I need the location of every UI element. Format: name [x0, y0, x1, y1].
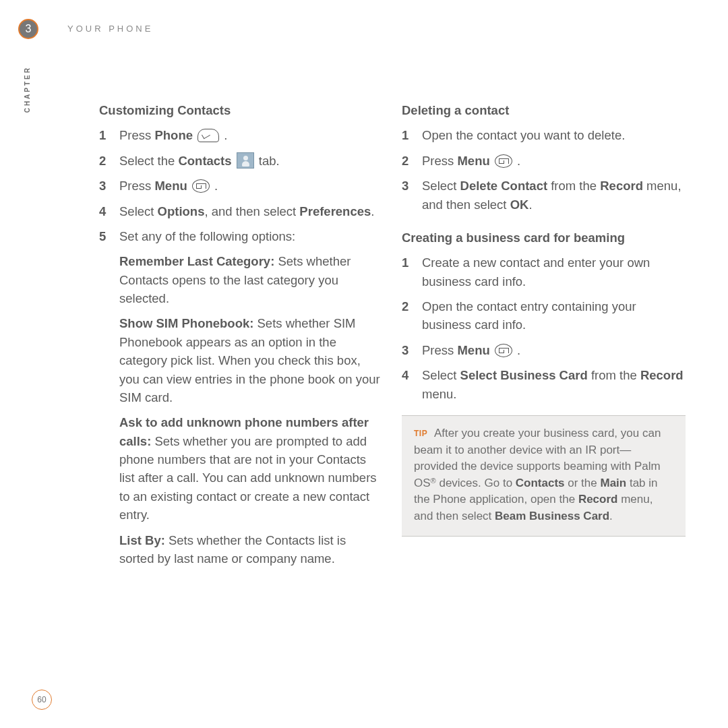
page-number-value: 60: [37, 695, 46, 704]
bold: Contacts: [178, 154, 231, 168]
step-body: Open the contact you want to delete.: [422, 126, 686, 144]
step: 3 Press Menu .: [402, 341, 686, 359]
bold: Phone: [154, 128, 193, 142]
option: Ask to add unknown phone numbers after c…: [119, 413, 383, 524]
step-body: Select Options, and then select Preferen…: [119, 202, 383, 220]
page-title: YOUR PHONE: [67, 24, 153, 34]
contacts-icon: [237, 152, 254, 169]
menu-icon: [495, 154, 512, 168]
text: Press: [119, 179, 154, 193]
text: Select: [422, 179, 460, 193]
step: 4 Select Options, and then select Prefer…: [99, 202, 383, 220]
bold: Main: [600, 477, 626, 489]
bold: Record: [578, 493, 618, 506]
step-body: Select the Contacts tab.: [119, 152, 383, 170]
option-text: Sets whether you are prompted to add pho…: [119, 434, 377, 522]
tip-text: .: [609, 510, 613, 522]
chapter-badge: 3: [18, 19, 38, 39]
step: 5 Set any of the following options:: [99, 227, 383, 245]
step: 2 Select the Contacts tab.: [99, 152, 383, 170]
registered-mark: ®: [431, 477, 436, 485]
bold: Menu: [457, 343, 489, 357]
left-column: Customizing Contacts 1 Press Phone . 2 S…: [99, 101, 383, 574]
text: Press: [119, 128, 154, 142]
step-body: Open the contact entry containing your b…: [422, 297, 686, 334]
step: 3 Press Menu .: [99, 177, 383, 195]
step-num: 1: [99, 126, 119, 144]
step: 2 Press Menu .: [402, 152, 686, 170]
option-label: Remember Last Category:: [119, 254, 274, 268]
step-body: Press Menu .: [422, 152, 686, 170]
step-body: Press Menu .: [119, 177, 383, 195]
bold: Contacts: [516, 477, 565, 489]
step: 1 Open the contact you want to delete.: [402, 126, 686, 144]
chapter-number: 3: [26, 23, 32, 35]
text: from the: [588, 368, 640, 382]
heading-business-card: Creating a business card for beaming: [402, 229, 686, 247]
tip-text: devices. Go to: [436, 477, 516, 489]
bold: Record: [600, 179, 643, 193]
step: 4 Select Select Business Card from the R…: [402, 366, 686, 403]
bold: Select Business Card: [460, 368, 588, 382]
bold: Menu: [154, 179, 187, 193]
bold: Preferences: [299, 204, 371, 218]
menu-icon: [192, 179, 210, 193]
step-body: Select Select Business Card from the Rec…: [422, 366, 686, 403]
text: Select: [422, 368, 460, 382]
text: .: [514, 154, 520, 168]
option: Remember Last Category: Sets whether Con…: [119, 252, 383, 307]
text: Press: [422, 343, 457, 357]
heading-deleting: Deleting a contact: [402, 101, 686, 119]
content: Customizing Contacts 1 Press Phone . 2 S…: [99, 101, 686, 574]
text: Press: [422, 154, 457, 168]
step-body: Press Menu .: [422, 341, 686, 359]
option-label: List By:: [119, 533, 165, 547]
step-num: 2: [99, 152, 119, 170]
step-num: 5: [99, 227, 119, 245]
tip-text: or the: [565, 477, 601, 489]
text: , and then select: [204, 204, 299, 218]
step-body: Create a new contact and enter your own …: [422, 253, 686, 291]
step-num: 4: [402, 366, 422, 403]
step-num: 3: [402, 177, 422, 214]
tip-label: TIP: [414, 429, 427, 438]
text: tab.: [255, 154, 280, 168]
bold: Record: [640, 368, 684, 382]
page-number: 60: [32, 690, 52, 710]
step-num: 2: [402, 152, 422, 170]
step-num: 3: [402, 341, 422, 359]
bold: Beam Business Card: [495, 510, 609, 522]
step: 1 Press Phone .: [99, 126, 383, 144]
step-num: 4: [99, 202, 119, 220]
step-num: 1: [402, 253, 422, 291]
step-num: 2: [402, 297, 422, 334]
heading-customizing: Customizing Contacts: [99, 101, 383, 119]
step-body: Press Phone .: [119, 126, 383, 144]
step: 3 Select Delete Contact from the Record …: [402, 177, 686, 214]
text: .: [514, 343, 520, 357]
tip-box: TIP After you create your business card,…: [402, 415, 686, 537]
text: .: [220, 128, 227, 142]
bold: Delete Contact: [460, 179, 548, 193]
option: List By: Sets whether the Contacts list …: [119, 531, 383, 568]
step-num: 1: [402, 126, 422, 144]
text: menu.: [422, 387, 456, 401]
right-column: Deleting a contact 1 Open the contact yo…: [402, 101, 686, 574]
step-body: Set any of the following options:: [119, 227, 383, 245]
phone-icon: [198, 129, 219, 142]
text: Select: [119, 204, 158, 218]
bold: Options: [158, 204, 205, 218]
menu-icon: [495, 344, 512, 357]
step-body: Select Delete Contact from the Record me…: [422, 177, 686, 214]
side-label: CHAPTER: [24, 66, 31, 113]
text: Select the: [119, 154, 178, 168]
option: Show SIM Phonebook: Sets whether SIM Pho…: [119, 314, 383, 406]
bold: Menu: [457, 154, 489, 168]
text: .: [528, 198, 532, 212]
text: .: [211, 179, 218, 193]
text: from the: [547, 179, 600, 193]
step: 2 Open the contact entry containing your…: [402, 297, 686, 334]
option-label: Show SIM Phonebook:: [119, 316, 253, 330]
bold: OK: [510, 198, 529, 212]
step: 1 Create a new contact and enter your ow…: [402, 253, 686, 291]
